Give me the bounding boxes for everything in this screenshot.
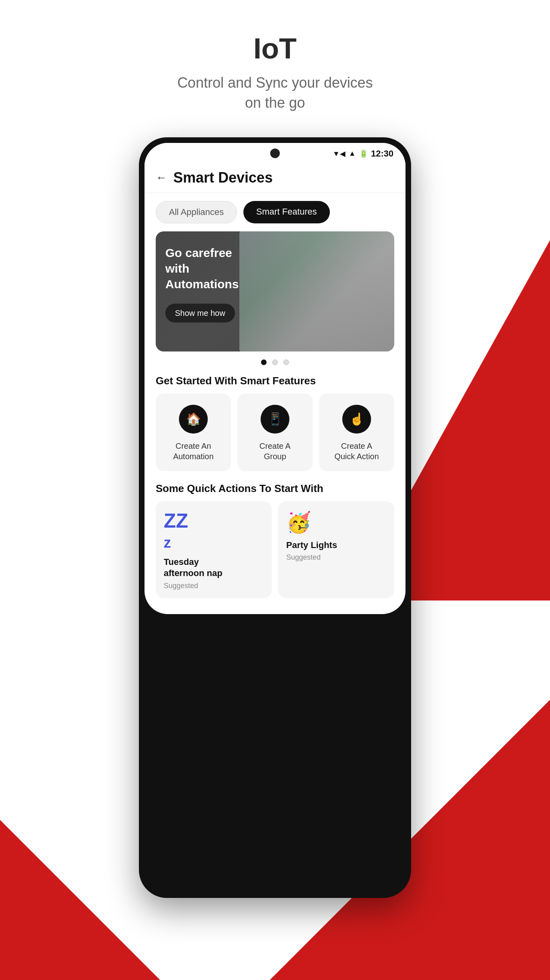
tab-all-appliances[interactable]: All Appliances	[156, 201, 237, 223]
signal-icon: ▲	[349, 149, 356, 158]
phone-wrapper: ▼◀ ▲ 🔋 12:30 ← Smart Devices All Applian…	[0, 129, 550, 898]
banner-person-image	[239, 231, 394, 351]
feature-cards-container: 🏠 Create AnAutomation 📱 Create AGroup ☝️…	[145, 394, 405, 482]
create-group-label: Create AGroup	[259, 441, 291, 462]
create-automation-label: Create AnAutomation	[173, 441, 213, 462]
feature-card-create-automation[interactable]: 🏠 Create AnAutomation	[156, 394, 231, 471]
quick-actions-section-title: Some Quick Actions To Start With	[145, 482, 405, 501]
tuesday-nap-name: Tuesdayafternoon nap	[164, 556, 264, 579]
create-quick-action-icon-circle: ☝️	[342, 405, 371, 434]
page-subtitle: Control and Sync your deviceson the go	[0, 73, 550, 113]
show-me-how-button[interactable]: Show me how	[165, 303, 235, 322]
party-lights-name: Party Lights	[286, 540, 386, 551]
app-header: ← Smart Devices	[145, 163, 405, 193]
party-lights-tag: Suggested	[286, 553, 386, 562]
tabs-container: All Appliances Smart Features	[145, 193, 405, 231]
app-screen-title: Smart Devices	[173, 169, 273, 186]
tab-smart-features[interactable]: Smart Features	[243, 201, 330, 223]
smart-features-section-title: Get Started With Smart Features	[145, 375, 405, 394]
banner-headline: Go carefreewithAutomations	[165, 245, 239, 291]
phone-inner: ▼◀ ▲ 🔋 12:30 ← Smart Devices All Applian…	[145, 143, 405, 614]
status-icons: ▼◀ ▲ 🔋 12:30	[333, 149, 393, 159]
touch-icon: ☝️	[349, 412, 364, 426]
party-emoji: 🥳	[286, 511, 386, 534]
feature-card-create-group[interactable]: 📱 Create AGroup	[237, 394, 313, 471]
status-time: 12:30	[371, 149, 393, 159]
back-button[interactable]: ←	[156, 171, 167, 184]
page-header: IoT Control and Sync your deviceson the …	[0, 0, 550, 129]
status-bar: ▼◀ ▲ 🔋 12:30	[145, 143, 405, 163]
create-automation-icon-circle: 🏠	[179, 405, 208, 434]
quick-actions-grid: ZZz Tuesdayafternoon nap Suggested 🥳 Par…	[145, 501, 405, 614]
feature-card-create-quick-action[interactable]: ☝️ Create AQuick Action	[319, 394, 394, 471]
sleep-emoji: ZZz	[164, 511, 264, 551]
phone-outer: ▼◀ ▲ 🔋 12:30 ← Smart Devices All Applian…	[139, 137, 411, 898]
carousel-dot-1	[261, 359, 267, 365]
group-icon: 📱	[268, 412, 283, 426]
battery-icon: 🔋	[359, 149, 368, 158]
wifi-icon: ▼◀	[333, 149, 345, 158]
camera-notch	[270, 149, 280, 158]
banner-text-area: Go carefreewithAutomations Show me how	[165, 245, 239, 322]
banner: Go carefreewithAutomations Show me how	[156, 231, 394, 351]
carousel-dot-2	[272, 359, 278, 365]
page-title: IoT	[0, 32, 550, 65]
create-group-icon-circle: 📱	[261, 405, 289, 434]
quick-action-party-lights[interactable]: 🥳 Party Lights Suggested	[278, 501, 394, 598]
carousel-dots	[145, 359, 405, 365]
carousel-dot-3	[283, 359, 289, 365]
quick-action-tuesday-nap[interactable]: ZZz Tuesdayafternoon nap Suggested	[156, 501, 272, 598]
create-quick-action-label: Create AQuick Action	[334, 441, 379, 462]
tuesday-nap-tag: Suggested	[164, 582, 264, 590]
home-icon: 🏠	[186, 412, 201, 426]
